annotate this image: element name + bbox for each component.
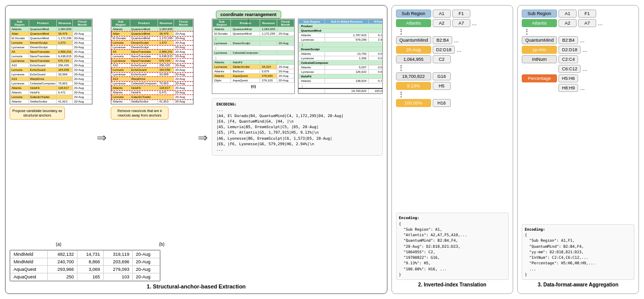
agg-cell-grid: Sub Region A1 F1 Atlantis A2 A7 … ⋮ Qu (522, 10, 634, 222)
sheet-c-original: Sub Region Product Revenue Fiscal Month … (212, 19, 295, 94)
main-container: coordinate rearrangement Sub Region Prod… (0, 0, 644, 299)
index-panel: Sub Region A1 F1 Atlantis A2 A7 … ⋮ Qu (391, 5, 513, 294)
agg-cell-percentage: Percentage (522, 74, 557, 82)
agg-cell-quantum: QuantumMind (522, 36, 557, 44)
agg-cell-f1: F1 (578, 10, 596, 18)
cell-a2: A2 (433, 19, 451, 27)
label-a: (a) (15, 242, 103, 247)
cell-c2: C2 (433, 55, 451, 63)
index-cell-grid: Sub Region A1 F1 Atlantis A2 A7 … ⋮ Qu (396, 10, 509, 211)
aggregation-panel: Sub Region A1 F1 Atlantis A2 A7 … ⋮ Qu (517, 5, 639, 294)
cell-a1: A1 (433, 10, 451, 18)
sheet-a: Sub Region Product Revenue Fiscal Month … (10, 19, 93, 241)
section1-title: 1. Structural-anchor-based Extraction (10, 283, 383, 289)
right-panels: Sub Region A1 F1 Atlantis A2 A7 … ⋮ Qu (391, 5, 639, 294)
agg-cell-h8h9: H8:H9 (558, 84, 579, 92)
agg-cell-a2: A2 (558, 19, 577, 27)
agg-cell-sub-region: Sub Region (522, 10, 557, 18)
cell-quantum-mind: QuantumMind (396, 36, 432, 44)
section3-title: 3. Data-format-aware Aggregation (522, 282, 634, 287)
agg-cell-intnum: IntNum (522, 55, 557, 63)
annotation-propose: Propose candidate boundary as structural… (10, 107, 65, 120)
agg-cell-a7: A7 (578, 19, 596, 27)
agg-encoding: Encoding: { "Sub Region": A1,F1, "Quantu… (522, 224, 634, 280)
cell-g16: G16 (433, 72, 451, 80)
bottom-table: MindMeld 482,132 14,731 319,119 20-Aug M… (10, 250, 160, 281)
cell-pct2: 100.00% (396, 99, 431, 107)
sheet-c-final: Sub Region Sell-In Billed Revenue %Total… (298, 19, 383, 94)
agg-cell-c2c4: C2:C4 (558, 55, 579, 63)
cell-pct1: 9.13% (396, 82, 431, 90)
cell-sub-region: Sub Region (396, 10, 431, 18)
annotation-remove: Remove rows/cols that are k row/cols awa… (111, 107, 169, 120)
agg-top: Sub Region A1 F1 Atlantis A2 A7 … ⋮ Qu (522, 10, 634, 222)
cell-num2: 19,700,822 (396, 72, 431, 80)
section2-title: 2. Inverted-index Translation (396, 282, 509, 287)
agg-cell-atlantis: Atlantis (522, 19, 557, 27)
cell-h16: H16 (433, 99, 451, 107)
cell-f1: F1 (452, 10, 470, 18)
cell-atlantis: Atlantis (396, 19, 431, 27)
arrow1: ⇒ (96, 35, 108, 241)
index-encoding: Encoding: { "Sub Region": A1, "Atlantis"… (396, 213, 509, 280)
agg-cell-yymm: yy-mm (522, 46, 557, 54)
cell-aug: 20-Aug (396, 46, 431, 54)
left-panel: coordinate rearrangement Sub Region Prod… (5, 5, 387, 294)
cell-num1: 1,064,955 (396, 55, 431, 63)
cell-a7: A7 (452, 19, 470, 27)
agg-cell-b2b4: B2:B4 (558, 36, 578, 44)
agg-cell-c6c12: C6:C12 (558, 65, 581, 73)
cell-d2d18: D2:D18 (433, 46, 455, 54)
cell-b2b4: B2:B4 (433, 36, 452, 44)
arrow2: ⇒ (197, 35, 209, 241)
sheet-b: Sub Region Product Revenue Fiscal Month … (111, 19, 194, 241)
agg-cell-d2d18: D2:D18 (558, 46, 581, 54)
right-section: Sub Region Product Revenue Fiscal Month … (212, 10, 383, 241)
agg-cell-h5h6: H5:H6 (558, 74, 579, 82)
agg-cell-a1: A1 (558, 10, 577, 18)
label-b: (b) (118, 242, 206, 247)
encoding-block: ENCODING: ... |A4, El Dorado|B4, Quantum… (212, 98, 383, 156)
coord-rearrangement-label: coordinate rearrangement (216, 11, 281, 19)
index-top: Sub Region A1 F1 Atlantis A2 A7 … ⋮ Qu (396, 10, 509, 211)
cell-h5: H5 (433, 82, 451, 90)
